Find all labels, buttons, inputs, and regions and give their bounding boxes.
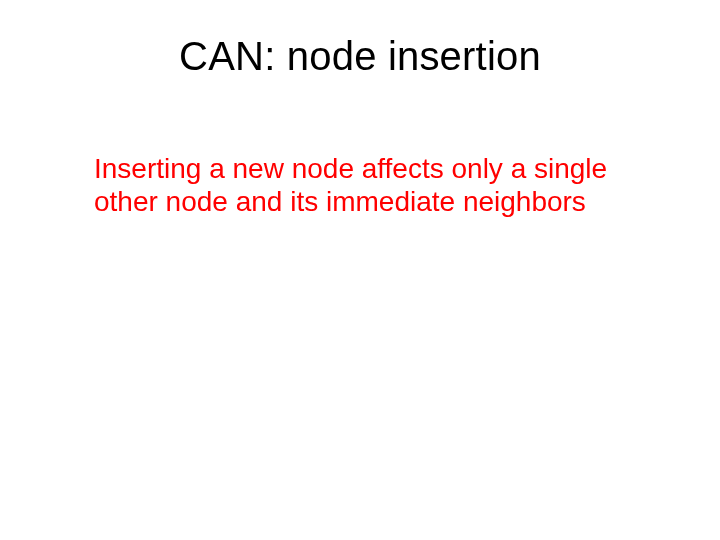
slide-body-text: Inserting a new node affects only a sing…	[94, 152, 614, 218]
slide-title: CAN: node insertion	[0, 34, 720, 79]
slide: CAN: node insertion Inserting a new node…	[0, 0, 720, 540]
